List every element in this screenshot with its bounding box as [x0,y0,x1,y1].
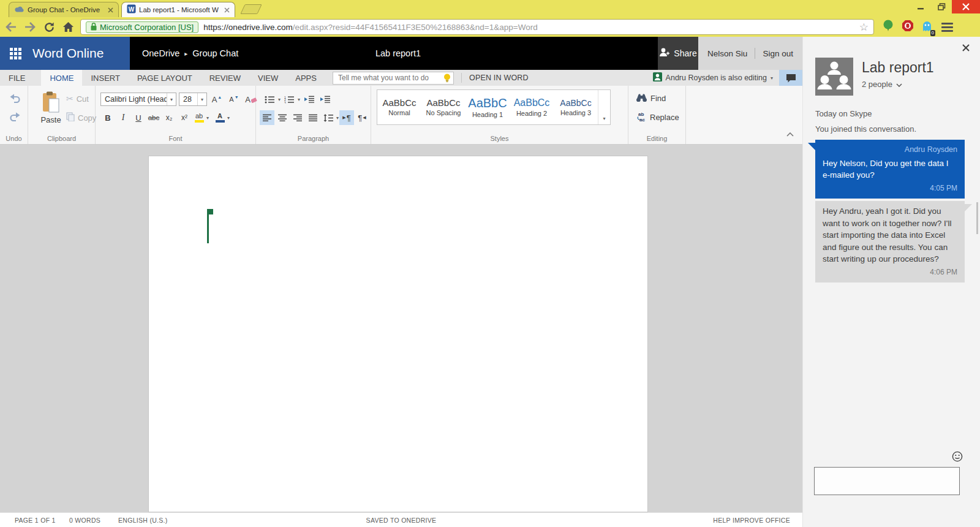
font-family-select[interactable]: Calibri Light (Headi ▾ [100,93,176,106]
document-page[interactable] [148,156,648,512]
bullets-button[interactable] [262,92,277,107]
align-left-button[interactable] [260,110,274,125]
grow-font-button[interactable]: A▲ [209,92,224,107]
home-icon[interactable] [60,19,76,35]
font-size-select[interactable]: 28 ▾ [179,93,207,106]
cut-button[interactable]: ✂ Cut [66,94,89,104]
window-close-button[interactable] [952,0,980,13]
document-canvas[interactable] [0,145,802,512]
window-minimize-button[interactable] [910,0,931,13]
word-count-status[interactable]: 0 WORDS [69,517,100,524]
ev-certificate-badge[interactable]: Microsoft Corporation [US] [86,21,198,33]
breadcrumb-folder[interactable]: Group Chat [192,48,238,58]
style-no-spacing[interactable]: AaBbCcNo Spacing [421,90,466,124]
chat-pane-toggle-button[interactable] [779,70,802,86]
browser-tab-group-chat[interactable]: Group Chat - OneDrive [9,2,119,17]
tab-view[interactable]: VIEW [249,70,287,86]
address-bar[interactable]: Microsoft Corporation [US] https://onedr… [80,19,874,35]
help-improve-office-link[interactable]: HELP IMPROVE OFFICE [713,517,790,524]
style-normal[interactable]: AaBbCcNormal [377,90,421,124]
open-in-word-button[interactable]: OPEN IN WORD [469,74,529,82]
strikethrough-button[interactable]: abc [146,110,161,125]
tab-home[interactable]: HOME [41,70,82,86]
chevron-down-icon[interactable]: ▾ [336,115,339,121]
chat-scrollbar[interactable] [976,202,978,234]
stop-extension-icon[interactable] [902,20,914,34]
decrease-indent-button[interactable] [301,92,316,107]
emoji-smiley-icon[interactable] [952,451,963,464]
style-heading-1[interactable]: AaBbCHeading 1 [466,90,510,124]
tab-file[interactable]: FILE [0,70,34,86]
app-launcher-icon[interactable] [10,48,21,59]
chevron-down-icon[interactable]: ▾ [298,97,300,102]
close-chat-icon[interactable] [962,44,970,55]
align-center-button[interactable] [275,110,290,125]
svg-text:ac: ac [639,117,645,122]
collapse-ribbon-icon[interactable] [786,128,794,139]
line-spacing-button[interactable] [321,110,336,125]
right-to-left-button[interactable]: ¶◀ [355,110,369,125]
undo-button[interactable] [7,91,22,105]
breadcrumb-onedrive[interactable]: OneDrive [142,48,179,58]
styles-more-button[interactable]: ▾ [598,90,610,124]
balloon-extension-icon[interactable] [883,20,894,34]
chat-message-input[interactable] [814,467,960,495]
onedrive-cloud-icon [14,4,24,15]
tab-close-icon[interactable] [108,7,113,13]
forward-icon[interactable] [22,19,38,35]
style-heading-2[interactable]: AaBbCcHeading 2 [510,90,554,124]
new-tab-button[interactable] [240,4,262,14]
user-name[interactable]: Nelson Siu [707,49,747,58]
chat-day-header: Today on Skype [815,109,872,118]
styles-gallery: AaBbCcNormal AaBbCcNo Spacing AaBbCHeadi… [377,89,611,125]
document-title[interactable]: Lab report1 [375,48,421,58]
message-sender: Andru Roysden [823,144,957,156]
find-button[interactable]: Find [636,93,666,104]
app-name: Word Online [32,46,104,61]
bold-button[interactable]: B [100,110,115,125]
reload-icon[interactable] [41,19,57,35]
chevron-down-icon: ▾ [197,93,206,105]
increase-indent-button[interactable] [317,92,332,107]
highlight-color-button[interactable]: ab [192,110,206,125]
tab-page-layout[interactable]: PAGE LAYOUT [129,70,201,86]
chevron-down-icon[interactable]: ▾ [278,97,281,102]
chevron-down-icon[interactable]: ▾ [227,115,230,121]
coauthor-status[interactable]: Andru Roysden is also editing ▾ [653,72,773,83]
sign-out-link[interactable]: Sign out [763,49,793,58]
browser-menu-icon[interactable] [941,23,953,32]
underline-button[interactable]: U [131,110,146,125]
style-heading-3[interactable]: AaBbCcHeading 3 [554,90,598,124]
tab-insert[interactable]: INSERT [82,70,128,86]
language-status[interactable]: ENGLISH (U.S.) [118,517,168,524]
justify-button[interactable] [306,110,320,125]
ghost-extension-icon[interactable]: 0 [922,20,932,34]
paste-button[interactable]: Paste [37,91,65,124]
browser-tab-lab-report[interactable]: W Lab report1 - Microsoft W [121,2,235,17]
font-color-button[interactable]: A [213,110,227,125]
back-icon[interactable] [3,19,19,35]
shrink-font-button[interactable]: A▼ [227,92,241,107]
superscript-button[interactable]: x² [177,110,192,125]
chat-panel: Lab report1 2 people Today on Skype You … [802,37,980,527]
saved-status[interactable]: SAVED TO ONEDRIVE [366,517,437,524]
people-dropdown[interactable]: 2 people [862,80,934,89]
chevron-down-icon[interactable]: ▾ [206,115,209,121]
tell-me-input[interactable] [333,72,454,85]
tab-apps[interactable]: APPS [287,70,325,86]
window-restore-button[interactable] [931,0,952,13]
subscript-button[interactable]: x₂ [162,110,176,125]
copy-button[interactable]: Copy [66,112,96,123]
browser-toolbar: Microsoft Corporation [US] https://onedr… [0,17,980,37]
numbering-button[interactable]: 123 [282,92,296,107]
tab-review[interactable]: REVIEW [201,70,249,86]
italic-button[interactable]: I [116,110,130,125]
align-right-button[interactable] [290,110,305,125]
left-to-right-button[interactable]: ▶¶ [339,110,354,125]
share-button[interactable]: Share [658,37,698,70]
bookmark-star-icon[interactable]: ☆ [859,22,869,32]
redo-button[interactable] [7,109,22,124]
status-bar: PAGE 1 OF 1 0 WORDS ENGLISH (U.S.) SAVED… [0,512,802,527]
replace-button[interactable]: abac Replace [636,112,679,123]
tab-close-icon[interactable] [224,7,230,13]
